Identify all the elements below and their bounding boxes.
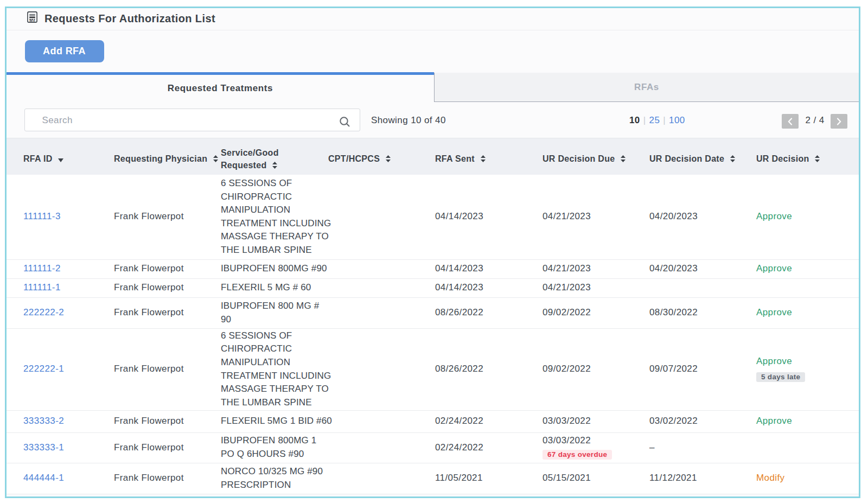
svg-text:RFA: RFA	[29, 20, 35, 22]
